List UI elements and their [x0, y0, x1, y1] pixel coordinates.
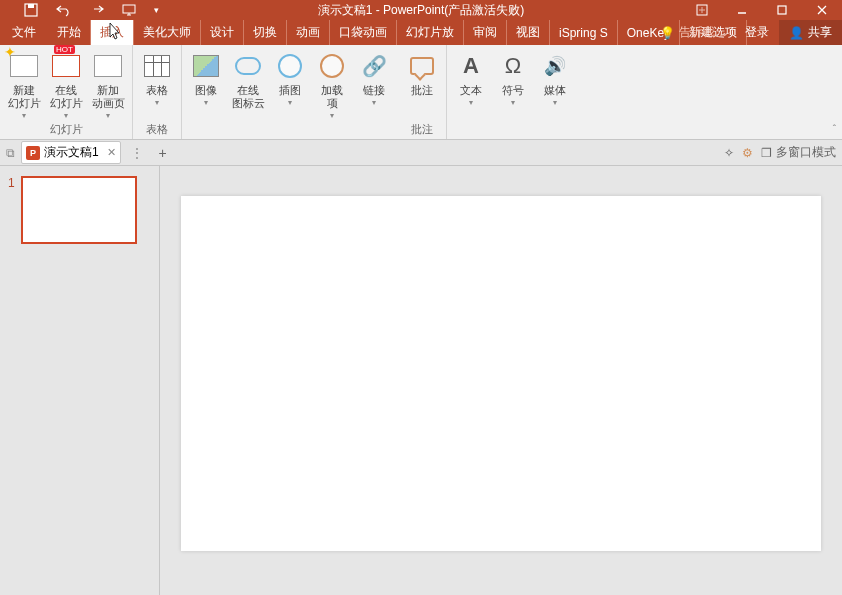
table-button[interactable]: 表格 ▾: [137, 47, 177, 120]
ribbon: ✦ 新建 幻灯片 ▾ HOT 在线 幻灯片 ▾ 新加 动画页 ▾ 幻灯片 表格: [0, 45, 842, 140]
dropdown-icon: ▾: [64, 111, 68, 120]
tab-view[interactable]: 视图: [507, 20, 550, 45]
nav-pin-icon[interactable]: ✧: [724, 146, 734, 160]
image-icon: [193, 55, 219, 77]
group-slides-label: 幻灯片: [4, 120, 128, 139]
ribbon-options-icon[interactable]: [682, 0, 722, 20]
image-button[interactable]: 图像 ▾: [186, 47, 226, 123]
media-button[interactable]: 🔊 媒体 ▾: [535, 47, 575, 123]
title-bar: ▾ 演示文稿1 - PowerPoint(产品激活失败): [0, 0, 842, 20]
share-label: 共享: [808, 24, 832, 41]
text-label: 文本: [460, 84, 482, 97]
online-slide-button[interactable]: HOT 在线 幻灯片 ▾: [46, 47, 86, 120]
document-tab[interactable]: P 演示文稿1 ✕: [21, 141, 121, 164]
dropdown-icon: ▾: [106, 111, 110, 120]
start-slideshow-icon[interactable]: [122, 3, 136, 17]
shape-icon: [278, 54, 302, 78]
close-button[interactable]: [802, 0, 842, 20]
addin-icon: [320, 54, 344, 78]
media-icon: 🔊: [544, 55, 566, 77]
comment-icon: [410, 57, 434, 75]
tab-ispring[interactable]: iSpring S: [550, 20, 618, 45]
dropdown-icon: ▾: [553, 98, 557, 107]
online-icons-label: 在线 图标云: [232, 84, 265, 110]
addins-button[interactable]: 加载 项 ▾: [312, 47, 352, 123]
symbol-button[interactable]: Ω 符号 ▾: [493, 47, 533, 123]
slide-number: 1: [8, 176, 15, 244]
group-tables-label: 表格: [137, 120, 177, 139]
powerpoint-file-icon: P: [26, 146, 40, 160]
group-slides: ✦ 新建 幻灯片 ▾ HOT 在线 幻灯片 ▾ 新加 动画页 ▾ 幻灯片: [0, 45, 133, 139]
media-label: 媒体: [544, 84, 566, 97]
illustration-button[interactable]: 插图 ▾: [270, 47, 310, 123]
window-title: 演示文稿1 - PowerPoint(产品激活失败): [318, 2, 525, 19]
tab-pocket-anim[interactable]: 口袋动画: [330, 20, 397, 45]
illustration-label: 插图: [279, 84, 301, 97]
addins-label: 加载 项: [321, 84, 343, 110]
tab-home[interactable]: 开始: [48, 20, 91, 45]
outline-view-icon[interactable]: ⧉: [6, 146, 15, 160]
bulb-icon: 💡: [660, 26, 675, 40]
group-images: 图像 ▾ 在线 图标云 插图 ▾ 加载 项 ▾ 🔗 链接 ▾: [182, 45, 398, 139]
dropdown-icon: ▾: [330, 111, 334, 120]
table-icon: [144, 55, 170, 77]
online-slide-label: 在线 幻灯片: [50, 84, 83, 110]
dropdown-icon: ▾: [288, 98, 292, 107]
slide-thumbnails-panel[interactable]: 1: [0, 166, 160, 595]
tab-options-icon[interactable]: ⋮: [127, 146, 147, 160]
close-tab-icon[interactable]: ✕: [107, 146, 116, 159]
tell-me-search[interactable]: 💡 告诉我…: [652, 24, 735, 41]
tab-animations[interactable]: 动画: [287, 20, 330, 45]
links-label: 链接: [363, 84, 385, 97]
online-slide-icon: [52, 55, 80, 77]
settings-gear-icon[interactable]: ⚙: [742, 146, 753, 160]
online-icons-button[interactable]: 在线 图标云: [228, 47, 268, 123]
login-button[interactable]: 登录: [735, 24, 779, 41]
document-tab-name: 演示文稿1: [44, 144, 99, 161]
collapse-ribbon-icon[interactable]: ˆ: [833, 124, 836, 135]
new-slide-button[interactable]: ✦ 新建 幻灯片 ▾: [4, 47, 44, 120]
new-tab-button[interactable]: +: [153, 143, 173, 163]
group-comments: 批注 批注: [398, 45, 447, 139]
qat-dropdown-icon[interactable]: ▾: [154, 5, 159, 15]
text-button[interactable]: A 文本 ▾: [451, 47, 491, 123]
cursor-icon: [109, 23, 123, 41]
new-anim-page-label: 新加 动画页: [92, 84, 125, 110]
tab-insert[interactable]: 插入: [91, 20, 134, 45]
share-button[interactable]: 👤 共享: [779, 20, 842, 45]
save-icon[interactable]: [24, 3, 38, 17]
maximize-button[interactable]: [762, 0, 802, 20]
link-icon: 🔗: [362, 54, 387, 78]
tell-me-placeholder: 告诉我…: [679, 24, 727, 41]
hot-badge: HOT: [54, 45, 75, 54]
anim-page-icon: [94, 55, 122, 77]
links-button[interactable]: 🔗 链接 ▾: [354, 47, 394, 123]
tab-beautify[interactable]: 美化大师: [134, 20, 201, 45]
tab-file[interactable]: 文件: [0, 20, 48, 45]
slide-thumbnail[interactable]: [21, 176, 137, 244]
dropdown-icon: ▾: [511, 98, 515, 107]
dropdown-icon: ▾: [469, 98, 473, 107]
svg-rect-2: [123, 5, 135, 13]
new-anim-page-button[interactable]: 新加 动画页 ▾: [88, 47, 128, 120]
multi-window-button[interactable]: ❐ 多窗口模式: [761, 144, 836, 161]
redo-icon[interactable]: [90, 3, 104, 17]
slide-canvas[interactable]: [181, 196, 821, 551]
multi-window-label: 多窗口模式: [776, 144, 836, 161]
minimize-button[interactable]: [722, 0, 762, 20]
group-text: A 文本 ▾ Ω 符号 ▾ 🔊 媒体 ▾: [447, 45, 579, 139]
group-comments-label: 批注: [402, 120, 442, 139]
dropdown-icon: ▾: [155, 98, 159, 107]
undo-icon[interactable]: [56, 3, 72, 17]
tab-transitions[interactable]: 切换: [244, 20, 287, 45]
svg-rect-5: [778, 6, 786, 14]
text-icon: A: [463, 53, 479, 79]
share-icon: 👤: [789, 26, 804, 40]
symbol-icon: Ω: [505, 53, 521, 79]
tab-review[interactable]: 审阅: [464, 20, 507, 45]
tab-slideshow[interactable]: 幻灯片放: [397, 20, 464, 45]
slide-canvas-area[interactable]: [160, 166, 842, 595]
tab-design[interactable]: 设计: [201, 20, 244, 45]
new-slide-label: 新建 幻灯片: [8, 84, 41, 110]
comment-button[interactable]: 批注: [402, 47, 442, 120]
